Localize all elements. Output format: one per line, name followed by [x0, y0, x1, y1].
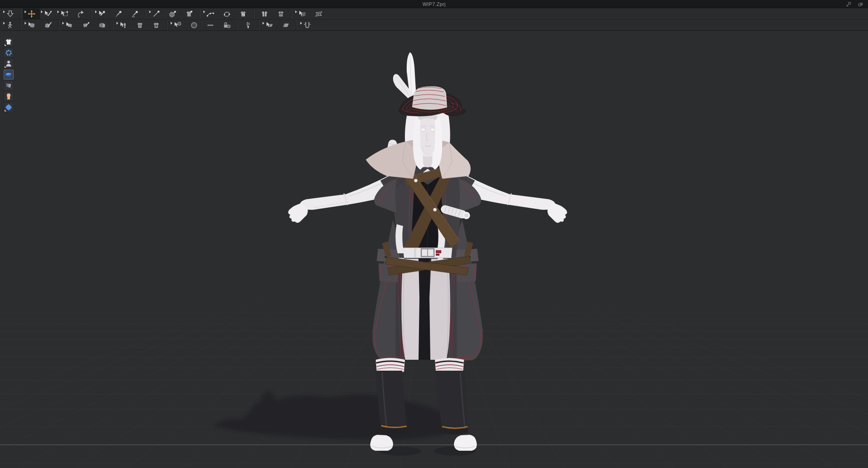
buttonhole-button[interactable]: [202, 20, 218, 30]
pants[interactable]: [401, 258, 450, 360]
button-select-icon: [173, 21, 182, 30]
mesh-grid-button[interactable]: [310, 9, 327, 19]
fold-arrange-icon: [76, 10, 85, 18]
pattern-wand-icon: [81, 21, 90, 30]
pin-multi-button[interactable]: [126, 9, 143, 19]
flatten-button[interactable]: [278, 20, 294, 30]
toolbar-separator: [291, 9, 292, 19]
grid-select-icon: [298, 10, 307, 18]
pin-multi-icon: [131, 10, 139, 18]
trim-cross-button[interactable]: [148, 20, 164, 30]
box-select-button[interactable]: [56, 9, 72, 19]
cloth-pen-button[interactable]: [40, 20, 56, 30]
toolbar-separator: [112, 20, 113, 30]
toolbar-separator: [258, 20, 259, 30]
pin-button[interactable]: [110, 9, 126, 19]
toolbar-group: [261, 20, 294, 30]
mesh-select-button[interactable]: [294, 9, 310, 19]
reset-arrangement-button[interactable]: [273, 9, 289, 19]
cloth-select-button[interactable]: [23, 20, 40, 30]
flatten-select-icon: [265, 21, 274, 30]
trim-cross-icon: [152, 21, 161, 30]
viewport-3d[interactable]: [0, 31, 868, 468]
toolbar-separator: [91, 9, 91, 19]
toolbar-group: [169, 20, 235, 30]
pattern-fold-button[interactable]: [94, 20, 110, 30]
trim-select-button[interactable]: [115, 20, 131, 30]
pattern-wand-button[interactable]: [77, 20, 94, 30]
tack-icon: [152, 10, 161, 18]
avatar-walk-icon: [6, 21, 15, 30]
show-avatar-button[interactable]: [4, 59, 14, 69]
show-cloth-button[interactable]: [4, 81, 14, 91]
float-window-button[interactable]: [845, 1, 852, 7]
character-model[interactable]: [267, 43, 586, 462]
measure-tack-icon: [303, 21, 312, 30]
belt[interactable]: [403, 248, 452, 258]
move-tool-button[interactable]: [23, 9, 40, 19]
show-environment-button[interactable]: [4, 102, 14, 112]
toolbar-row-2: [0, 20, 868, 31]
show-mannequin-icon: [5, 92, 13, 101]
pattern-fold-icon: [98, 21, 106, 30]
sew-free-button[interactable]: [218, 9, 235, 19]
dock-window-button[interactable]: [857, 1, 863, 7]
trim-dots-button[interactable]: [131, 20, 148, 30]
simulate-button[interactable]: [2, 9, 18, 19]
measure-tack-button[interactable]: [299, 20, 315, 30]
flatten-select-button[interactable]: [261, 20, 278, 30]
show-garment-button[interactable]: [4, 37, 14, 47]
sew-segment-button[interactable]: [202, 9, 218, 19]
toolbar-group: [294, 8, 327, 19]
show-mannequin-button[interactable]: [4, 91, 14, 101]
cloth-select-icon: [27, 21, 36, 30]
garment-sew-icon: [239, 10, 247, 18]
hat-feathers: [393, 52, 416, 102]
lock-stud-button[interactable]: [218, 20, 235, 30]
toolbar-group: [299, 20, 315, 30]
toolbar-group: [256, 8, 289, 19]
toolbar-group: [61, 20, 110, 30]
pen-select-button[interactable]: [40, 9, 56, 19]
boots[interactable]: [376, 371, 469, 434]
tack-on-garment-button[interactable]: [181, 9, 197, 19]
zipper-button[interactable]: [240, 20, 256, 30]
toolbar-group: [148, 8, 197, 19]
toolbar-row-1: [0, 8, 868, 20]
box-select-icon: [60, 10, 69, 18]
toolbar-group: [23, 20, 56, 30]
sew-garment-button[interactable]: [235, 9, 251, 19]
fold-shirt-icon: [260, 10, 269, 18]
toolbar-separator: [199, 9, 200, 19]
pattern-select-button[interactable]: [61, 20, 77, 30]
flatten-icon: [282, 21, 290, 30]
show-fabric-button[interactable]: [4, 70, 14, 80]
window-title: WIP7.Zprj: [423, 1, 446, 7]
toolbar-separator: [296, 20, 297, 30]
pin-select-button[interactable]: [94, 9, 110, 19]
shoes[interactable]: [370, 435, 477, 451]
avatar-tool-button[interactable]: [2, 20, 18, 30]
button-select-button[interactable]: [169, 20, 186, 30]
show-garment-icon: [5, 38, 13, 46]
fold-garment-button[interactable]: [256, 9, 273, 19]
show-trims-button[interactable]: [4, 48, 14, 58]
sew-loop-icon: [222, 10, 231, 18]
tack-button[interactable]: [148, 9, 164, 19]
toolbar-separator: [167, 20, 167, 30]
toolbar-separator: [20, 9, 21, 19]
tack-on-avatar-button[interactable]: [164, 9, 181, 19]
toolbar-separator: [253, 9, 254, 19]
move-tool-icon: [27, 10, 36, 18]
fold-arrangement-button[interactable]: [72, 9, 89, 19]
show-trims-icon: [5, 49, 13, 57]
sew-points-icon: [206, 10, 215, 18]
button-button[interactable]: [186, 20, 202, 30]
trim-select-icon: [119, 21, 128, 30]
toolbar-separator: [237, 20, 237, 30]
pattern-select-icon: [65, 21, 74, 30]
toolbar-group: [2, 20, 18, 30]
button-icon: [190, 21, 198, 30]
toolbar-group: [240, 20, 256, 30]
garment-pin-icon: [185, 10, 193, 18]
